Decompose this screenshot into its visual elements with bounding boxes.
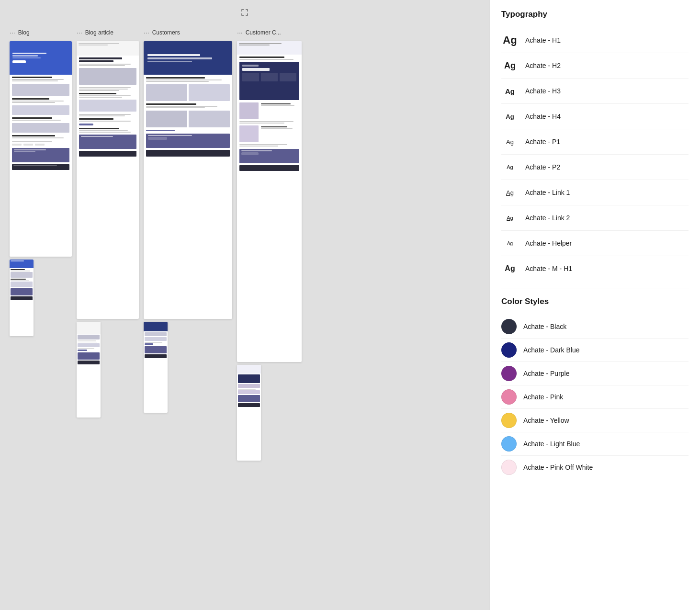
column-title-customer-c: Customer C... <box>246 29 281 36</box>
column-customers: ··· Customers <box>144 29 232 413</box>
style-row-purple[interactable]: Achate - Purple <box>501 362 689 385</box>
style-name-h1: Achate - H1 <box>525 36 561 44</box>
ag-label-h1: Ag <box>503 34 517 46</box>
color-name-yellow: Achate - Yellow <box>523 417 569 424</box>
style-row-p1[interactable]: Ag Achate - P1 <box>501 129 689 155</box>
ag-label-h3: Ag <box>505 87 515 95</box>
ag-label-h4: Ag <box>506 113 514 120</box>
swatch-yellow <box>501 413 517 428</box>
color-styles-section: Color Styles Achate - Black Achate - Dar… <box>501 297 689 479</box>
blog-article-main-thumb[interactable] <box>77 41 139 319</box>
column-header-blog-article: ··· Blog article <box>77 29 139 36</box>
color-styles-title: Color Styles <box>501 297 689 306</box>
style-row-link2[interactable]: Ag Achate - Link 2 <box>501 205 689 231</box>
swatch-dark-blue <box>501 342 517 358</box>
column-menu-blog-article[interactable]: ··· <box>77 29 82 36</box>
swatch-purple <box>501 366 517 381</box>
style-name-h3: Achate - H3 <box>525 87 561 95</box>
ag-label-link2: Ag <box>507 215 513 221</box>
style-row-h3[interactable]: Ag Achate - H3 <box>501 79 689 104</box>
expand-icon[interactable] <box>240 8 249 17</box>
column-menu-customer-c[interactable]: ··· <box>237 29 243 36</box>
column-header-customers: ··· Customers <box>144 29 232 36</box>
style-row-link1[interactable]: Ag Achate - Link 1 <box>501 180 689 205</box>
color-name-pink: Achate - Pink <box>523 393 563 401</box>
type-preview-helper: Ag <box>501 235 519 252</box>
type-preview-h3: Ag <box>501 82 519 100</box>
type-preview-p1: Ag <box>501 133 519 150</box>
style-row-p2[interactable]: Ag Achate - P2 <box>501 155 689 180</box>
ag-label-mh1: Ag <box>505 264 515 273</box>
style-row-h1[interactable]: Ag Achate - H1 <box>501 28 689 53</box>
customers-main-thumb[interactable] <box>144 41 232 319</box>
style-row-dark-blue[interactable]: Achate - Dark Blue <box>501 339 689 362</box>
style-row-pink-off-white[interactable]: Achate - Pink Off White <box>501 456 689 479</box>
ag-label-h2: Ag <box>504 61 516 71</box>
type-preview-link1: Ag <box>501 184 519 201</box>
customer-c-main-thumb[interactable] <box>237 41 302 362</box>
right-panel: Typography Ag Achate - H1 Ag Achate - H2… <box>489 0 700 610</box>
typography-section: Typography Ag Achate - H1 Ag Achate - H2… <box>501 10 689 281</box>
style-row-black[interactable]: Achate - Black <box>501 315 689 339</box>
column-blog: ··· Blog <box>10 29 72 336</box>
type-preview-h2: Ag <box>501 57 519 74</box>
style-row-helper[interactable]: Ag Achate - Helper <box>501 231 689 256</box>
ag-label-link1: Ag <box>506 189 514 196</box>
style-row-pink[interactable]: Achate - Pink <box>501 385 689 409</box>
type-preview-h4: Ag <box>501 108 519 125</box>
canvas-area: ··· Blog <box>0 0 489 610</box>
column-title-blog-article: Blog article <box>85 29 113 36</box>
swatch-pink-off-white <box>501 460 517 475</box>
style-name-link2: Achate - Link 2 <box>525 214 570 222</box>
ag-label-p2: Ag <box>507 164 513 170</box>
style-row-yellow[interactable]: Achate - Yellow <box>501 409 689 432</box>
customer-c-sub-thumb[interactable] <box>237 365 261 461</box>
type-preview-p2: Ag <box>501 158 519 176</box>
style-name-mh1: Achate - M - H1 <box>525 265 572 272</box>
style-name-h2: Achate - H2 <box>525 62 561 69</box>
column-customer-c: ··· Customer C... <box>237 29 302 461</box>
type-preview-h1: Ag <box>501 32 519 49</box>
style-row-light-blue[interactable]: Achate - Light Blue <box>501 432 689 456</box>
color-name-purple: Achate - Purple <box>523 370 570 377</box>
style-name-p1: Achate - P1 <box>525 138 560 146</box>
style-name-p2: Achate - P2 <box>525 163 560 171</box>
ag-label-p1: Ag <box>506 138 514 146</box>
column-title-blog: Blog <box>18 29 30 36</box>
blog-article-sub-thumb[interactable] <box>77 322 101 418</box>
color-name-pink-off-white: Achate - Pink Off White <box>523 463 593 471</box>
style-row-h2[interactable]: Ag Achate - H2 <box>501 53 689 79</box>
style-name-link1: Achate - Link 1 <box>525 189 570 196</box>
typography-title: Typography <box>501 10 689 19</box>
customers-sub-thumb[interactable] <box>144 322 168 413</box>
ag-label-helper: Ag <box>507 241 513 246</box>
blog-main-thumb[interactable] <box>10 41 72 257</box>
color-name-dark-blue: Achate - Dark Blue <box>523 346 580 354</box>
color-name-black: Achate - Black <box>523 323 566 330</box>
column-header-customer-c: ··· Customer C... <box>237 29 302 36</box>
columns-wrapper: ··· Blog <box>10 29 480 461</box>
style-name-h4: Achate - H4 <box>525 113 561 120</box>
color-name-light-blue: Achate - Light Blue <box>523 440 580 448</box>
type-preview-mh1: Ag <box>501 260 519 277</box>
column-header-blog: ··· Blog <box>10 29 72 36</box>
style-row-h4[interactable]: Ag Achate - H4 <box>501 104 689 129</box>
column-menu-customers[interactable]: ··· <box>144 29 149 36</box>
type-preview-link2: Ag <box>501 209 519 226</box>
column-menu-blog[interactable]: ··· <box>10 29 15 36</box>
style-name-helper: Achate - Helper <box>525 239 572 247</box>
swatch-light-blue <box>501 436 517 452</box>
style-row-mh1[interactable]: Ag Achate - M - H1 <box>501 256 689 281</box>
column-blog-article: ··· Blog article <box>77 29 139 418</box>
section-divider <box>501 289 689 289</box>
blog-sub-thumb[interactable] <box>10 260 34 336</box>
column-title-customers: Customers <box>152 29 180 36</box>
swatch-black <box>501 319 517 334</box>
swatch-pink <box>501 389 517 405</box>
